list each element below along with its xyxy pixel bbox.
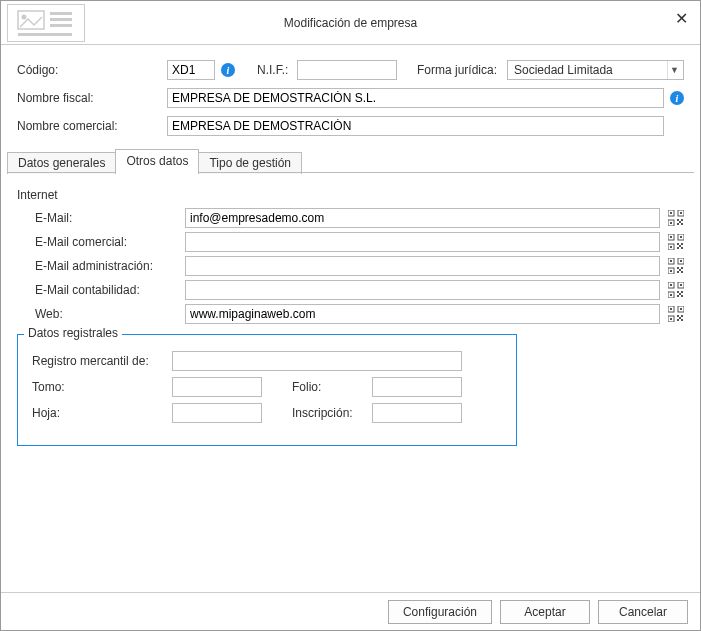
svg-rect-31 (680, 260, 682, 262)
svg-rect-56 (677, 315, 679, 317)
email-comercial-label: E-Mail comercial: (35, 235, 185, 249)
tab-datos-generales[interactable]: Datos generales (7, 152, 116, 174)
nif-input[interactable] (297, 60, 397, 80)
internet-group-label: Internet (17, 188, 686, 202)
svg-rect-49 (679, 293, 681, 295)
dialog-icon (7, 4, 85, 42)
svg-rect-40 (670, 284, 672, 286)
web-label: Web: (35, 307, 185, 321)
inscripcion-label: Inscripción: (292, 406, 372, 420)
nombre-fiscal-label: Nombre fiscal: (17, 91, 167, 105)
email-label: E-Mail: (35, 211, 185, 225)
header-form: Código: i N.I.F.: Forma jurídica: Socied… (1, 45, 700, 149)
svg-rect-34 (677, 267, 679, 269)
forma-select[interactable]: Sociedad Limitada ▼ (507, 60, 684, 80)
svg-rect-53 (680, 308, 682, 310)
reg-mercantil-input[interactable] (172, 351, 462, 371)
svg-rect-4 (50, 24, 72, 27)
tabs-area: Datos generales Otros datos Tipo de gest… (1, 149, 700, 446)
hoja-input[interactable] (172, 403, 262, 423)
svg-rect-9 (680, 212, 682, 214)
info-icon[interactable]: i (221, 63, 235, 77)
svg-rect-26 (681, 247, 683, 249)
accept-button[interactable]: Aceptar (500, 600, 590, 624)
svg-rect-11 (670, 222, 672, 224)
svg-rect-36 (677, 271, 679, 273)
svg-rect-20 (680, 236, 682, 238)
svg-rect-45 (677, 291, 679, 293)
qr-icon[interactable] (666, 232, 686, 252)
svg-rect-16 (679, 221, 681, 223)
nombre-comercial-label: Nombre comercial: (17, 119, 167, 133)
tomo-label: Tomo: (32, 380, 172, 394)
svg-rect-5 (18, 33, 72, 36)
svg-rect-27 (679, 245, 681, 247)
qr-icon[interactable] (666, 208, 686, 228)
cancel-button[interactable]: Cancelar (598, 600, 688, 624)
svg-rect-47 (677, 295, 679, 297)
svg-rect-13 (681, 219, 683, 221)
dialog-footer: Configuración Aceptar Cancelar (1, 592, 700, 630)
svg-rect-57 (681, 315, 683, 317)
svg-rect-37 (681, 271, 683, 273)
svg-rect-24 (681, 243, 683, 245)
email-contabilidad-input[interactable] (185, 280, 660, 300)
nombre-comercial-input[interactable] (167, 116, 664, 136)
forma-select-value: Sociedad Limitada (514, 63, 613, 77)
svg-rect-14 (677, 223, 679, 225)
svg-rect-2 (50, 12, 72, 15)
reg-mercantil-label: Registro mercantil de: (32, 354, 172, 368)
datos-registrales-group: Datos registrales Registro mercantil de:… (17, 334, 517, 446)
email-admin-label: E-Mail administración: (35, 259, 185, 273)
svg-rect-51 (670, 308, 672, 310)
info-icon[interactable]: i (670, 91, 684, 105)
folio-label: Folio: (292, 380, 372, 394)
tab-tipo-gestion[interactable]: Tipo de gestión (198, 152, 302, 174)
svg-rect-3 (50, 18, 72, 21)
email-admin-input[interactable] (185, 256, 660, 276)
folio-input[interactable] (372, 377, 462, 397)
svg-rect-15 (681, 223, 683, 225)
dialog-window: Modificación de empresa ✕ Código: i N.I.… (0, 0, 701, 631)
nombre-fiscal-input[interactable] (167, 88, 664, 108)
tomo-input[interactable] (172, 377, 262, 397)
svg-rect-38 (679, 269, 681, 271)
qr-icon[interactable] (666, 304, 686, 324)
svg-rect-42 (680, 284, 682, 286)
svg-rect-33 (670, 270, 672, 272)
svg-rect-48 (681, 295, 683, 297)
email-contabilidad-label: E-Mail contabilidad: (35, 283, 185, 297)
svg-rect-12 (677, 219, 679, 221)
hoja-label: Hoja: (32, 406, 172, 420)
qr-icon[interactable] (666, 280, 686, 300)
svg-rect-18 (670, 236, 672, 238)
svg-rect-44 (670, 294, 672, 296)
datos-registrales-legend: Datos registrales (24, 326, 122, 340)
nif-label: N.I.F.: (257, 63, 297, 77)
tab-panel-otros-datos: Internet E-Mail: E-Mail comercial: E-Mai… (7, 174, 694, 446)
svg-rect-23 (677, 243, 679, 245)
svg-rect-22 (670, 246, 672, 248)
config-button[interactable]: Configuración (388, 600, 492, 624)
svg-rect-55 (670, 318, 672, 320)
codigo-input[interactable] (167, 60, 215, 80)
email-comercial-input[interactable] (185, 232, 660, 252)
svg-rect-29 (670, 260, 672, 262)
svg-rect-46 (681, 291, 683, 293)
svg-rect-25 (677, 247, 679, 249)
svg-point-1 (22, 14, 27, 19)
email-input[interactable] (185, 208, 660, 228)
chevron-down-icon: ▼ (667, 61, 681, 79)
svg-rect-58 (677, 319, 679, 321)
inscripcion-input[interactable] (372, 403, 462, 423)
titlebar: Modificación de empresa ✕ (1, 1, 700, 45)
svg-rect-60 (679, 317, 681, 319)
qr-icon[interactable] (666, 256, 686, 276)
codigo-label: Código: (17, 63, 167, 77)
tab-otros-datos[interactable]: Otros datos (115, 149, 199, 173)
svg-rect-35 (681, 267, 683, 269)
svg-rect-7 (670, 212, 672, 214)
web-input[interactable] (185, 304, 660, 324)
close-button[interactable]: ✕ (675, 9, 688, 28)
forma-label: Forma jurídica: (417, 63, 507, 77)
